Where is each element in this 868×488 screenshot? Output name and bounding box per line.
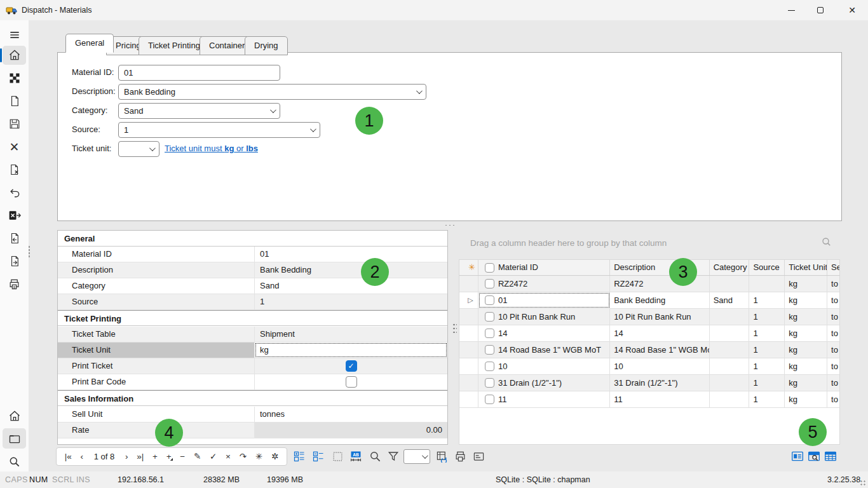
row-checkbox[interactable] (485, 329, 494, 338)
nav-first-button[interactable]: |« (64, 451, 72, 463)
column-header-category[interactable]: Category (710, 260, 750, 275)
cell-material-id[interactable]: RZ2472 (478, 276, 610, 292)
search-button[interactable] (367, 449, 383, 464)
export-file-button[interactable] (3, 252, 26, 271)
undo-button[interactable] (3, 183, 26, 202)
property-row-source[interactable]: Source 1 (58, 294, 447, 310)
property-value[interactable]: 01 (255, 247, 447, 262)
sidebar-grip[interactable] (28, 245, 31, 258)
grid-row-current[interactable]: ▷ 01 Bank Bedding Sand 1 kg to (459, 292, 840, 309)
filter-button[interactable] (386, 449, 401, 464)
cell-sell-unit[interactable]: to (827, 391, 839, 407)
cell-sell-unit[interactable]: to (827, 375, 839, 391)
column-header-ticket-unit[interactable]: Ticket Unit (785, 260, 827, 275)
cell-category[interactable] (710, 391, 750, 407)
nav-goto-bookmark-button[interactable]: ✲ (271, 451, 279, 463)
print-grid-button[interactable] (452, 449, 468, 464)
property-row-print-bar-code[interactable]: Print Bar Code (58, 374, 447, 390)
sidebar-item-search[interactable] (3, 452, 26, 471)
print-bar-code-checkbox[interactable] (346, 376, 357, 388)
cell-material-id[interactable]: 10 (478, 358, 610, 374)
nav-prev-button[interactable]: ‹ (80, 451, 85, 463)
cell-description[interactable]: 14 Road Base 1" WGB MoT (610, 342, 709, 358)
cell-sell-unit[interactable]: to (827, 342, 839, 358)
cell-material-id[interactable]: 14 (478, 325, 610, 341)
cell-category[interactable] (710, 276, 750, 292)
nav-next-button[interactable]: › (125, 451, 129, 463)
horizontal-splitter[interactable] (444, 224, 454, 228)
nav-delete-button[interactable]: − (179, 451, 186, 463)
cell-description[interactable]: 10 Pit Run Bank Run (610, 309, 709, 325)
grid-row[interactable]: RZ2472 RZ2472 kg to (459, 276, 840, 292)
grid-row[interactable]: 14 14 1 kg to (459, 325, 840, 342)
property-value[interactable]: Bank Bedding (255, 262, 447, 278)
save-button[interactable] (3, 114, 26, 133)
card-view-button[interactable] (471, 449, 486, 464)
cell-ticket-unit[interactable]: kg (785, 325, 827, 341)
property-value-editing[interactable]: kg (255, 342, 447, 358)
sidebar-item-home[interactable] (3, 46, 26, 65)
property-row-category[interactable]: Category Sand (58, 278, 447, 294)
print-ticket-checkbox[interactable]: ✓ (346, 360, 357, 372)
group-by-panel[interactable]: Drag a column header here to group by th… (459, 230, 840, 259)
cell-material-id[interactable]: 14 Road Base 1" WGB MoT (478, 342, 610, 358)
cell-description[interactable]: 31 Drain (1/2"-1") (610, 375, 709, 391)
nav-cancel-button[interactable]: × (225, 451, 231, 463)
material-id-input[interactable] (118, 65, 280, 81)
vertical-splitter[interactable] (452, 323, 457, 333)
cell-source[interactable]: 1 (749, 309, 785, 325)
row-checkbox[interactable] (485, 378, 494, 388)
export-excel-button[interactable] (3, 206, 26, 225)
cell-ticket-unit[interactable]: kg (785, 391, 827, 407)
close-button[interactable]: ✕ (837, 0, 867, 20)
property-value[interactable]: 0.00 (255, 423, 447, 438)
row-checkbox[interactable] (485, 362, 494, 371)
nav-add-child-button[interactable]: + (166, 451, 172, 463)
layout-card-button[interactable] (790, 449, 805, 464)
property-row-rate[interactable]: Rate 0.00 (58, 423, 447, 438)
cell-sell-unit[interactable]: to (827, 276, 839, 292)
cell-ticket-unit[interactable]: kg (785, 309, 827, 325)
grid-search-icon[interactable] (821, 236, 832, 250)
cell-selection-button[interactable] (330, 449, 345, 464)
cell-material-id[interactable]: 11 (478, 391, 610, 407)
property-value[interactable]: Shipment (255, 327, 447, 342)
best-fit-button[interactable]: AB (348, 449, 363, 464)
grid-row[interactable]: 10 Pit Run Bank Run 10 Pit Run Bank Run … (459, 309, 840, 325)
expand-all-button[interactable] (292, 449, 307, 464)
ticket-unit-combo[interactable] (118, 141, 159, 157)
property-value[interactable]: 1 (255, 294, 447, 309)
property-row-ticket-unit[interactable]: Ticket Unit kg (58, 342, 447, 358)
delete-record-button[interactable] (3, 160, 26, 179)
property-row-description[interactable]: Description Bank Bedding (58, 262, 447, 278)
cell-sell-unit[interactable]: to (827, 292, 839, 308)
property-row-material-id[interactable]: Material ID 01 (58, 247, 447, 262)
column-header-sell-unit[interactable]: Se (827, 260, 839, 275)
cell-material-id[interactable]: 10 Pit Run Bank Run (478, 309, 610, 325)
cell-ticket-unit[interactable]: kg (785, 276, 827, 292)
row-checkbox[interactable] (485, 345, 494, 355)
cell-source[interactable] (749, 276, 785, 292)
tab-drying[interactable]: Drying (245, 36, 288, 55)
cell-material-id[interactable]: 01 (478, 292, 610, 308)
ticket-unit-warning-link[interactable]: Ticket unit must kg or lbs (165, 141, 258, 156)
maximize-button[interactable] (806, 0, 835, 20)
cell-sell-unit[interactable]: to (827, 325, 839, 341)
row-checkbox[interactable] (485, 295, 494, 305)
column-header-material-id[interactable]: Material ID (478, 260, 610, 275)
cell-description[interactable]: Bank Bedding (610, 292, 709, 308)
nav-last-button[interactable]: »| (136, 451, 144, 463)
property-value[interactable]: Sand (255, 278, 447, 294)
cell-category[interactable] (710, 309, 750, 325)
grid-row[interactable]: 11 11 1 kg to (459, 391, 840, 408)
minimize-button[interactable] (776, 0, 806, 20)
cell-description[interactable]: 11 (610, 391, 709, 407)
nav-redo-button[interactable]: ↷ (239, 451, 247, 463)
cell-category[interactable] (710, 375, 750, 391)
sidebar-item-modules[interactable] (3, 69, 26, 88)
nav-add-button[interactable]: + (152, 451, 158, 463)
print-button[interactable] (3, 274, 26, 294)
cell-ticket-unit[interactable]: kg (785, 358, 827, 374)
grid-row[interactable]: 14 Road Base 1" WGB MoT 14 Road Base 1" … (459, 342, 840, 358)
cell-material-id[interactable]: 31 Drain (1/2"-1") (478, 375, 610, 391)
